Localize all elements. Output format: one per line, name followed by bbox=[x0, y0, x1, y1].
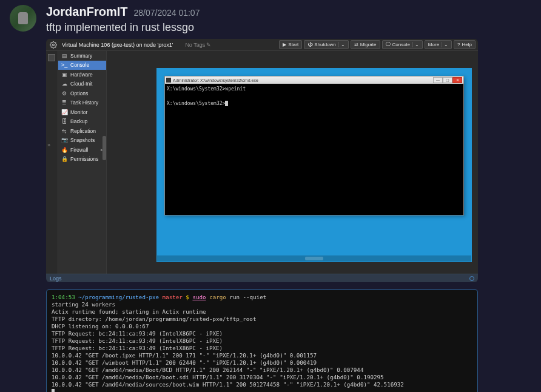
tree-arrow-icon[interactable]: » bbox=[47, 142, 56, 148]
file-icon: ▤ bbox=[61, 53, 67, 59]
maximize-button[interactable]: ▢ bbox=[443, 77, 452, 83]
pve-collapse-column: » bbox=[46, 51, 58, 274]
sidebar-item-options[interactable]: ⚙Options bbox=[58, 89, 106, 98]
sidebar-item-label: Snapshots bbox=[70, 137, 95, 143]
pve-topbar: Virtual Machine 106 (pxe-test) on node '… bbox=[46, 39, 478, 51]
cmd-window-title: Administrator: X:\windows\system32\cmd.e… bbox=[173, 78, 258, 83]
shutdown-button[interactable]: ⏻ Shutdown⌄ bbox=[304, 40, 349, 49]
message-header: JordanFromIT 28/07/2024 01:07 bbox=[46, 5, 531, 19]
chat-message: JordanFromIT 28/07/2024 01:07 tftp imple… bbox=[0, 0, 541, 392]
repl-icon: ⇋ bbox=[61, 128, 67, 134]
cmd-titlebar[interactable]: Administrator: X:\windows\system32\cmd.e… bbox=[165, 76, 463, 84]
fire-icon: 🔥 bbox=[61, 147, 67, 153]
sidebar-item-label: Cloud-Init bbox=[70, 81, 92, 87]
chart-icon: 📈 bbox=[61, 109, 67, 115]
sidebar-item-snapshots[interactable]: 📷Snapshots bbox=[58, 136, 106, 146]
help-button[interactable]: ? Help bbox=[454, 40, 475, 49]
term-branch: master bbox=[163, 294, 183, 300]
attachment-proxmox-screenshot[interactable]: Virtual Machine 106 (pxe-test) on node '… bbox=[46, 39, 478, 282]
migrate-button[interactable]: ⇄ Migrate bbox=[351, 40, 380, 49]
sidebar-item-task-history[interactable]: ≣Task History bbox=[58, 98, 106, 108]
term-args: run --quiet bbox=[229, 294, 266, 300]
snap-icon: 📷 bbox=[61, 137, 67, 143]
sidebar-item-console[interactable]: >_Console bbox=[58, 61, 106, 70]
sidebar-item-label: Permissions bbox=[70, 156, 98, 162]
sidebar-item-label: Options bbox=[70, 90, 88, 96]
list-icon: ≣ bbox=[61, 100, 67, 106]
cmd-icon bbox=[166, 78, 171, 83]
term-icon: >_ bbox=[61, 62, 67, 68]
term-sudo: sudo bbox=[192, 294, 206, 300]
gear-icon[interactable] bbox=[49, 40, 58, 50]
more-button[interactable]: More⌄ bbox=[425, 40, 452, 49]
term-dollar: $ bbox=[186, 294, 189, 300]
message-text: tftp implemented in rust lessgo bbox=[46, 20, 531, 35]
sidebar-item-cloud-init[interactable]: ☁Cloud-Init bbox=[58, 79, 106, 89]
sidebar-item-label: Monitor bbox=[70, 109, 87, 115]
gear-icon: ⚙ bbox=[61, 90, 67, 96]
term-cursor bbox=[52, 389, 55, 392]
windows-taskbar[interactable] bbox=[157, 255, 471, 262]
pve-sidebar: ▤Summary>_Console▣Hardware☁Cloud-Init⚙Op… bbox=[58, 51, 107, 274]
sidebar-item-label: Summary bbox=[70, 53, 92, 59]
term-time: 1:04:53 bbox=[52, 294, 75, 300]
message-content: JordanFromIT 28/07/2024 01:07 tftp imple… bbox=[46, 5, 531, 392]
cmd-window: Administrator: X:\windows\system32\cmd.e… bbox=[164, 76, 464, 215]
logs-circle-icon[interactable] bbox=[469, 276, 474, 281]
chip-icon: ▣ bbox=[61, 72, 67, 78]
sidebar-item-label: Hardware bbox=[70, 72, 93, 78]
cloud-icon: ☁ bbox=[61, 81, 67, 87]
close-button[interactable]: ✕ bbox=[452, 77, 462, 83]
sidebar-item-label: Backup bbox=[70, 118, 87, 124]
pve-logs-bar[interactable]: Logs bbox=[46, 274, 478, 282]
cmd-cursor bbox=[225, 101, 228, 106]
svg-point-0 bbox=[53, 44, 55, 46]
avatar[interactable] bbox=[10, 5, 36, 32]
sidebar-item-label: Firewall bbox=[70, 147, 88, 153]
sidebar-item-summary[interactable]: ▤Summary bbox=[58, 51, 106, 61]
pve-body: » ▤Summary>_Console▣Hardware☁Cloud-Init⚙… bbox=[46, 51, 478, 274]
logs-label[interactable]: Logs bbox=[50, 275, 62, 282]
lock-icon: 🔒 bbox=[61, 156, 67, 162]
sidebar-item-backup[interactable]: 🗄Backup bbox=[58, 117, 106, 127]
minimize-button[interactable]: — bbox=[433, 77, 443, 83]
sidebar-item-replication[interactable]: ⇋Replication bbox=[58, 126, 106, 136]
sidebar-item-permissions[interactable]: 🔒Permissions bbox=[58, 155, 106, 164]
sidebar-item-label: Console bbox=[70, 62, 89, 68]
start-button[interactable]: ▶ Start bbox=[279, 40, 302, 49]
author-name[interactable]: JordanFromIT bbox=[46, 5, 127, 19]
scrollbar-thumb[interactable] bbox=[102, 136, 106, 160]
term-cmd: cargo bbox=[209, 294, 226, 300]
sidebar-item-label: Task History bbox=[70, 100, 98, 106]
vm-tags[interactable]: No Tags ✎ bbox=[185, 42, 211, 48]
message-timestamp: 28/07/2024 01:07 bbox=[133, 8, 200, 18]
sidebar-item-hardware[interactable]: ▣Hardware bbox=[58, 70, 106, 79]
pve-main-panel: Administrator: X:\windows\system32\cmd.e… bbox=[107, 51, 478, 274]
term-path: ~/programming/rusted-pxe bbox=[78, 294, 159, 300]
sidebar-item-firewall[interactable]: 🔥Firewall▸ bbox=[58, 145, 106, 155]
pencil-icon[interactable]: ✎ bbox=[206, 42, 211, 48]
vm-title: Virtual Machine 106 (pxe-test) on node '… bbox=[62, 42, 173, 48]
vnc-console[interactable]: Administrator: X:\windows\system32\cmd.e… bbox=[156, 68, 472, 262]
sidebar-item-label: Replication bbox=[70, 128, 96, 134]
term-log-lines: starting 24 workers Actix runtime found;… bbox=[52, 301, 404, 387]
collapse-toggle[interactable] bbox=[48, 54, 55, 61]
sidebar-item-monitor[interactable]: 📈Monitor bbox=[58, 107, 106, 117]
attachment-terminal-output[interactable]: 1:04:53 ~/programming/rusted-pxe master … bbox=[46, 289, 478, 392]
console-button[interactable]: 🖵 Console⌄ bbox=[382, 40, 423, 49]
db-icon: 🗄 bbox=[61, 118, 67, 124]
cmd-output[interactable]: X:\windows\System32>wpeinit X:\windows\S… bbox=[165, 84, 463, 215]
